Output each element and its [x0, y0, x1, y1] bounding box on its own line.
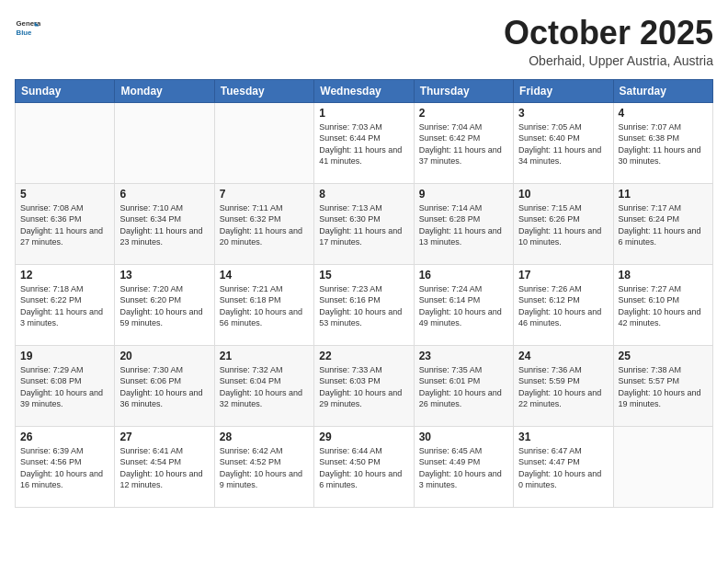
day-info: Sunrise: 7:38 AM Sunset: 5:57 PM Dayligh…: [619, 364, 708, 410]
day-number: 20: [119, 350, 209, 362]
day-cell: 23Sunrise: 7:35 AM Sunset: 6:01 PM Dayli…: [414, 345, 513, 426]
day-info: Sunrise: 7:17 AM Sunset: 6:24 PM Dayligh…: [619, 202, 708, 248]
day-number: 14: [220, 269, 309, 282]
day-number: 22: [319, 350, 408, 362]
logo-icon: General Blue: [15, 15, 40, 40]
day-cell: 24Sunrise: 7:36 AM Sunset: 5:59 PM Dayli…: [514, 345, 613, 426]
day-number: 8: [319, 188, 408, 201]
day-number: 2: [419, 107, 508, 120]
day-cell: 6Sunrise: 7:10 AM Sunset: 6:34 PM Daylig…: [115, 183, 214, 264]
day-info: Sunrise: 7:05 AM Sunset: 6:40 PM Dayligh…: [518, 121, 608, 167]
weekday-header-sunday: Sunday: [16, 79, 115, 102]
day-cell: 14Sunrise: 7:21 AM Sunset: 6:18 PM Dayli…: [214, 264, 313, 345]
day-info: Sunrise: 7:24 AM Sunset: 6:14 PM Dayligh…: [419, 283, 508, 329]
day-number: 26: [20, 431, 109, 443]
day-number: 31: [518, 431, 608, 443]
day-info: Sunrise: 7:13 AM Sunset: 6:30 PM Dayligh…: [319, 202, 408, 248]
day-cell: 26Sunrise: 6:39 AM Sunset: 4:56 PM Dayli…: [16, 426, 115, 507]
day-info: Sunrise: 7:20 AM Sunset: 6:20 PM Dayligh…: [119, 283, 209, 329]
day-info: Sunrise: 7:26 AM Sunset: 6:12 PM Dayligh…: [518, 283, 608, 329]
weekday-header-monday: Monday: [115, 79, 214, 102]
day-info: Sunrise: 7:33 AM Sunset: 6:03 PM Dayligh…: [319, 364, 408, 410]
week-row-1: 1Sunrise: 7:03 AM Sunset: 6:44 PM Daylig…: [16, 102, 713, 183]
svg-text:Blue: Blue: [17, 29, 33, 37]
day-info: Sunrise: 7:03 AM Sunset: 6:44 PM Dayligh…: [319, 121, 408, 167]
day-cell: [16, 102, 115, 183]
day-cell: 19Sunrise: 7:29 AM Sunset: 6:08 PM Dayli…: [16, 345, 115, 426]
calendar: SundayMondayTuesdayWednesdayThursdayFrid…: [15, 79, 713, 508]
day-number: 19: [20, 350, 109, 362]
day-number: 3: [518, 107, 608, 120]
day-cell: 28Sunrise: 6:42 AM Sunset: 4:52 PM Dayli…: [214, 426, 313, 507]
day-cell: 31Sunrise: 6:47 AM Sunset: 4:47 PM Dayli…: [514, 426, 613, 507]
day-number: 5: [20, 188, 109, 201]
day-cell: 27Sunrise: 6:41 AM Sunset: 4:54 PM Dayli…: [115, 426, 214, 507]
day-info: Sunrise: 6:45 AM Sunset: 4:49 PM Dayligh…: [419, 445, 508, 491]
day-info: Sunrise: 6:44 AM Sunset: 4:50 PM Dayligh…: [319, 445, 408, 491]
day-cell: 4Sunrise: 7:07 AM Sunset: 6:38 PM Daylig…: [613, 102, 712, 183]
day-info: Sunrise: 6:47 AM Sunset: 4:47 PM Dayligh…: [518, 445, 608, 491]
day-info: Sunrise: 6:42 AM Sunset: 4:52 PM Dayligh…: [220, 445, 309, 491]
day-number: 23: [419, 350, 508, 362]
day-cell: 11Sunrise: 7:17 AM Sunset: 6:24 PM Dayli…: [613, 183, 712, 264]
day-cell: 18Sunrise: 7:27 AM Sunset: 6:10 PM Dayli…: [613, 264, 712, 345]
day-info: Sunrise: 7:10 AM Sunset: 6:34 PM Dayligh…: [119, 202, 209, 248]
day-cell: 20Sunrise: 7:30 AM Sunset: 6:06 PM Dayli…: [115, 345, 214, 426]
location-subtitle: Oberhaid, Upper Austria, Austria: [504, 53, 713, 68]
day-number: 10: [518, 188, 608, 201]
day-info: Sunrise: 7:29 AM Sunset: 6:08 PM Dayligh…: [20, 364, 109, 410]
day-info: Sunrise: 7:04 AM Sunset: 6:42 PM Dayligh…: [419, 121, 508, 167]
day-cell: 22Sunrise: 7:33 AM Sunset: 6:03 PM Dayli…: [314, 345, 414, 426]
day-number: 25: [619, 350, 708, 362]
day-number: 16: [419, 269, 508, 282]
week-row-4: 19Sunrise: 7:29 AM Sunset: 6:08 PM Dayli…: [16, 345, 713, 426]
day-cell: [214, 102, 313, 183]
weekday-header-friday: Friday: [514, 79, 613, 102]
day-number: 11: [619, 188, 708, 201]
day-info: Sunrise: 7:36 AM Sunset: 5:59 PM Dayligh…: [518, 364, 608, 410]
day-number: 6: [119, 188, 209, 201]
day-number: 30: [419, 431, 508, 443]
day-info: Sunrise: 7:14 AM Sunset: 6:28 PM Dayligh…: [419, 202, 508, 248]
weekday-header-saturday: Saturday: [613, 79, 712, 102]
svg-text:General: General: [17, 19, 40, 28]
week-row-5: 26Sunrise: 6:39 AM Sunset: 4:56 PM Dayli…: [16, 426, 713, 507]
day-number: 28: [220, 431, 309, 443]
day-cell: 16Sunrise: 7:24 AM Sunset: 6:14 PM Dayli…: [414, 264, 513, 345]
day-number: 4: [619, 107, 708, 120]
day-number: 7: [220, 188, 309, 201]
day-cell: 15Sunrise: 7:23 AM Sunset: 6:16 PM Dayli…: [314, 264, 414, 345]
day-number: 18: [619, 269, 708, 282]
day-number: 21: [220, 350, 309, 362]
header: General Blue October 2025 Oberhaid, Uppe…: [15, 15, 713, 68]
day-info: Sunrise: 7:07 AM Sunset: 6:38 PM Dayligh…: [619, 121, 708, 167]
day-info: Sunrise: 7:21 AM Sunset: 6:18 PM Dayligh…: [220, 283, 309, 329]
day-cell: 9Sunrise: 7:14 AM Sunset: 6:28 PM Daylig…: [414, 183, 513, 264]
day-cell: 13Sunrise: 7:20 AM Sunset: 6:20 PM Dayli…: [115, 264, 214, 345]
weekday-header-wednesday: Wednesday: [314, 79, 414, 102]
day-cell: 25Sunrise: 7:38 AM Sunset: 5:57 PM Dayli…: [613, 345, 712, 426]
day-number: 24: [518, 350, 608, 362]
day-cell: 30Sunrise: 6:45 AM Sunset: 4:49 PM Dayli…: [414, 426, 513, 507]
day-number: 13: [119, 269, 209, 282]
day-cell: 29Sunrise: 6:44 AM Sunset: 4:50 PM Dayli…: [314, 426, 414, 507]
day-cell: 5Sunrise: 7:08 AM Sunset: 6:36 PM Daylig…: [16, 183, 115, 264]
day-cell: 3Sunrise: 7:05 AM Sunset: 6:40 PM Daylig…: [514, 102, 613, 183]
day-info: Sunrise: 6:39 AM Sunset: 4:56 PM Dayligh…: [20, 445, 109, 491]
day-info: Sunrise: 7:27 AM Sunset: 6:10 PM Dayligh…: [619, 283, 708, 329]
day-cell: 8Sunrise: 7:13 AM Sunset: 6:30 PM Daylig…: [314, 183, 414, 264]
week-row-3: 12Sunrise: 7:18 AM Sunset: 6:22 PM Dayli…: [16, 264, 713, 345]
day-info: Sunrise: 7:32 AM Sunset: 6:04 PM Dayligh…: [220, 364, 309, 410]
day-info: Sunrise: 7:15 AM Sunset: 6:26 PM Dayligh…: [518, 202, 608, 248]
day-info: Sunrise: 7:11 AM Sunset: 6:32 PM Dayligh…: [220, 202, 309, 248]
day-number: 1: [319, 107, 408, 120]
day-cell: 21Sunrise: 7:32 AM Sunset: 6:04 PM Dayli…: [214, 345, 313, 426]
day-cell: 17Sunrise: 7:26 AM Sunset: 6:12 PM Dayli…: [514, 264, 613, 345]
week-row-2: 5Sunrise: 7:08 AM Sunset: 6:36 PM Daylig…: [16, 183, 713, 264]
day-cell: [115, 102, 214, 183]
weekday-header-thursday: Thursday: [414, 79, 513, 102]
day-info: Sunrise: 7:08 AM Sunset: 6:36 PM Dayligh…: [20, 202, 109, 248]
day-info: Sunrise: 7:18 AM Sunset: 6:22 PM Dayligh…: [20, 283, 109, 329]
day-number: 15: [319, 269, 408, 282]
day-info: Sunrise: 7:30 AM Sunset: 6:06 PM Dayligh…: [119, 364, 209, 410]
